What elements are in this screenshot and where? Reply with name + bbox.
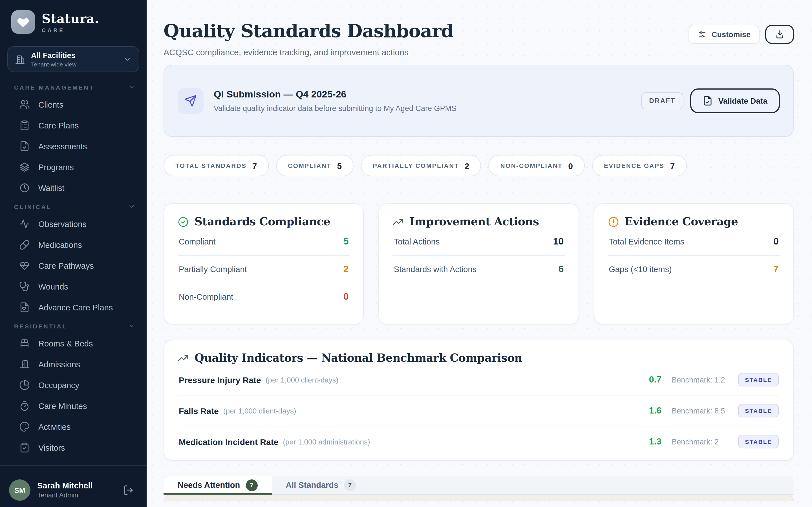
sidebar-item-wounds[interactable]: Wounds [0,276,147,297]
sidebar-item-label: Clients [38,100,63,109]
card-standards-compliance: Standards Compliance Compliant 5 Partial… [163,203,364,325]
status-badge-stable: STABLE [738,404,779,417]
sliders-icon [698,30,707,39]
sidebar-item-admissions[interactable]: Admissions [0,354,147,375]
sidebar-item-care-minutes[interactable]: Care Minutes [0,395,147,416]
chevron-down-icon [128,322,135,330]
chevron-down-icon [123,55,132,64]
qi-submission-banner: QI Submission — Q4 2025-26 Validate qual… [163,65,794,137]
section-label: CLINICAL [14,203,52,210]
avatar: SM [9,480,31,501]
status-badge-stable: STABLE [738,435,779,448]
sidebar-item-care-pathways[interactable]: Care Pathways [0,255,147,276]
facility-label: All Facilities [31,51,123,59]
stat-row: Gaps (<10 items) 7 [608,256,780,283]
sidebar-item-care-plans[interactable]: Care Plans [0,115,147,136]
stethoscope-icon [19,281,30,292]
export-button[interactable] [765,25,794,44]
indicator-row-falls: Falls Rate (per 1,000 client-days) 1.6 B… [177,395,780,427]
main-content: Quality Standards Dashboard ACQSC compli… [147,0,812,507]
count-badge: 7 [246,479,257,491]
sidebar-item-assessments[interactable]: Assessments [0,136,147,157]
sidebar-item-observations[interactable]: Observations [0,214,147,234]
file-check-icon [703,96,713,106]
pill-partially-compliant: PARTIALLY COMPLIANT 2 [361,155,481,176]
file-check-icon [19,141,30,152]
sidebar-nav: CARE MANAGEMENT Clients Care Plans Asses… [0,79,147,465]
section-title: Quality Indicators — National Benchmark … [195,351,522,364]
logout-icon [123,485,134,496]
next-section-card-preview [163,495,794,501]
sidebar-item-clients[interactable]: Clients [0,94,147,115]
sidebar-item-label: Admissions [38,360,80,369]
user-name: Sarah Mitchell [37,481,93,490]
clipboard-list-icon [19,120,30,131]
brand-heart-icon [11,10,35,34]
customise-button[interactable]: Customise [689,25,760,44]
section-header-care-management[interactable]: CARE MANAGEMENT [0,79,147,94]
sidebar-item-waitlist[interactable]: Waitlist [0,177,147,198]
facility-selector[interactable]: All Facilities Tenant-wide view [7,46,139,72]
logout-button[interactable] [121,482,137,498]
activity-icon [19,219,30,229]
sidebar-item-label: Advance Care Plans [38,303,113,312]
sidebar-item-label: Waitlist [38,183,64,192]
section-header-residential[interactable]: RESIDENTIAL [0,318,147,333]
send-icon [177,88,204,114]
count-badge: 7 [344,479,356,491]
sidebar-item-label: Care Plans [38,121,79,130]
user-role: Tenant Admin [37,491,93,499]
sidebar-item-label: Occupancy [38,381,79,390]
pill-icon [19,239,30,250]
file-heart-icon [19,302,30,313]
pill-total-standards: TOTAL STANDARDS 7 [163,155,269,176]
bed-icon [19,338,30,349]
stat-row: Non-Compliant 0 [177,283,350,311]
sidebar-item-medications[interactable]: Medications [0,234,147,255]
sidebar-item-visitors[interactable]: Visitors [0,437,147,458]
palette-icon [19,421,30,432]
section-label: CARE MANAGEMENT [14,83,94,91]
heart-pulse-icon [19,260,30,271]
page-subtitle: ACQSC compliance, evidence tracking, and… [163,47,794,57]
banner-subtitle: Validate quality indicator data before s… [214,104,641,113]
status-badge-stable: STABLE [738,373,779,386]
sidebar-item-activities[interactable]: Activities [0,416,147,437]
sidebar-item-label: Assessments [38,142,87,151]
stat-row: Standards with Actions 6 [393,256,565,283]
brand: Statura. CARE [0,0,147,43]
section-label: RESIDENTIAL [14,323,67,329]
sidebar-item-label: Care Minutes [38,401,87,410]
standards-tabs: Needs Attention 7 All Standards 7 [163,476,794,495]
tab-needs-attention[interactable]: Needs Attention 7 [163,476,271,494]
pill-compliant: COMPLIANT 5 [276,155,354,176]
sidebar-item-label: Visitors [38,443,65,452]
sidebar-item-label: Wounds [38,282,68,291]
door-open-icon [19,359,30,370]
card-evidence-coverage: Evidence Coverage Total Evidence Items 0… [594,203,794,325]
sidebar-item-label: Programs [38,163,74,172]
sidebar-item-programs[interactable]: Programs [0,157,147,177]
sidebar-item-advance-care-plans[interactable]: Advance Care Plans [0,297,147,318]
customise-label: Customise [712,30,751,39]
clock-icon [19,182,30,193]
sidebar-item-label: Rooms & Beds [38,339,93,348]
sidebar-item-rooms-beds[interactable]: Rooms & Beds [0,333,147,354]
circle-check-icon [177,216,189,227]
trending-up-icon [177,352,189,363]
section-header-clinical[interactable]: CLINICAL [0,198,147,214]
pill-non-compliant: NON-COMPLIANT 0 [488,155,585,176]
user-footer: SM Sarah Mitchell Tenant Admin [0,465,147,507]
clipboard-check-icon [19,442,30,453]
stat-row: Partially Compliant 2 [177,256,350,283]
tab-all-standards[interactable]: All Standards 7 [271,476,370,494]
validate-data-button[interactable]: Validate Data [690,89,780,113]
stat-row: Total Evidence Items 0 [608,228,780,256]
sidebar-item-occupancy[interactable]: Occupancy [0,375,147,395]
download-icon [774,29,784,40]
card-improvement-actions: Improvement Actions Total Actions 10 Sta… [378,203,579,325]
alert-circle-icon [608,216,619,227]
app-root: Statura. CARE All Facilities Tenant-wide… [0,0,812,507]
status-badge-draft: DRAFT [641,93,683,109]
chevron-down-icon [128,83,135,91]
